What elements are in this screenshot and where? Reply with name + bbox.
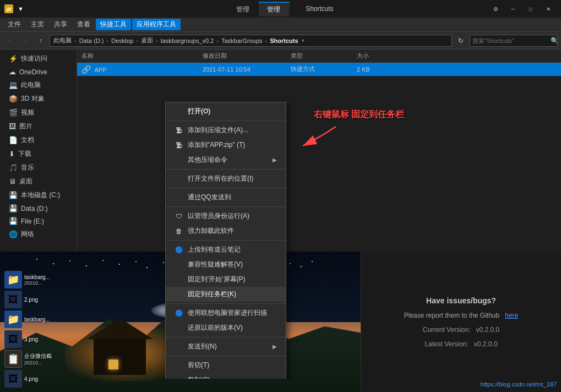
ctx-open[interactable]: 打开(O)	[166, 104, 286, 119]
ctx-youdao[interactable]: 🔵 上传到有道云笔记	[166, 242, 286, 257]
sidebar-item-pictures[interactable]: 🖼 图片	[0, 119, 77, 133]
back-btn[interactable]: ←	[3, 35, 17, 47]
ctx-sep-4	[166, 206, 286, 207]
ctx-location-icon	[175, 175, 183, 183]
dicon-label-2: taskbarg...	[24, 317, 50, 323]
ctx-lenovo-icon: 🔵	[175, 309, 183, 318]
col-size[interactable]: 大小	[355, 52, 399, 60]
path-tbg2: TaskbarGroups	[221, 37, 263, 44]
ctx-sep-8	[166, 356, 286, 356]
ctx-cut[interactable]: 剪切(T)	[166, 358, 286, 373]
ctx-cut-icon	[175, 361, 183, 370]
ctx-add-zip[interactable]: 🗜 添加到压缩文件(A)...	[166, 123, 286, 138]
maximize-btn[interactable]: □	[522, 3, 539, 14]
info-title: Have issues/bugs?	[426, 296, 496, 305]
ribbon-app-tools[interactable]: 应用程序工具	[132, 19, 181, 30]
address-path[interactable]: 此电脑 › Data (D:) › Desktop › 桌面 › taskbar…	[50, 35, 452, 47]
sidebar-item-quickaccess[interactable]: ⚡ 快速访问	[0, 52, 77, 66]
sidebar-item-drive-d[interactable]: 💾 Data (D:)	[0, 202, 77, 215]
desktop-icon-4[interactable]: 📋 企业微信截 20210...	[4, 350, 78, 368]
up-btn[interactable]: ↑	[34, 35, 47, 47]
quick-access-btn[interactable]: ▼	[18, 6, 24, 12]
ribbon-home[interactable]: 主页	[26, 19, 48, 30]
ctx-open-location[interactable]: 打开文件所在的位置(I)	[166, 171, 286, 186]
sidebar-item-drive-e[interactable]: 💾 File (E:)	[0, 215, 77, 227]
ctx-run-admin[interactable]: 🛡 以管理员身份运行(A)	[166, 209, 286, 224]
settings-btn[interactable]: ⚙	[487, 3, 504, 14]
search-icon[interactable]: 🔍	[551, 37, 559, 45]
desktop-icon-0[interactable]: 📁 taskbarg... 20210...	[4, 271, 78, 288]
ctx-other-compress[interactable]: 其他压缩命令 ▶	[166, 153, 286, 167]
ctx-force-uninstall[interactable]: 🗑 强力卸载此软件	[166, 224, 286, 238]
desktop-icon-3[interactable]: 🖼 3.png	[4, 330, 78, 348]
sidebar-item-drive-c[interactable]: 💾 本地磁盘 (C:)	[0, 188, 77, 202]
sidebar-item-onedrive[interactable]: ☁ OneDrive	[0, 66, 77, 78]
ctx-pin-start[interactable]: 固定到'开始'屏幕(P)	[166, 272, 286, 287]
ctx-add-appzip[interactable]: 🗜 添加到"APP.zip" (T)	[166, 138, 286, 153]
desktop-icon-1[interactable]: 🖼 2.png	[4, 291, 78, 308]
sidebar-item-3d[interactable]: 📦 3D 对象	[0, 92, 77, 106]
ctx-pinstart-icon	[175, 275, 183, 284]
ribbon-view[interactable]: 查看	[73, 19, 95, 30]
drivec-icon: 💾	[9, 191, 18, 199]
col-date[interactable]: 修改日期	[200, 52, 288, 60]
network-icon: 🌐	[9, 230, 18, 238]
ctx-restore-icon	[175, 324, 183, 333]
info-link[interactable]: here	[505, 312, 518, 319]
dicon-sublabel-0: 20210...	[24, 280, 50, 286]
sidebar-item-thispc[interactable]: 💻 此电脑	[0, 78, 77, 92]
ribbon-shortcuts[interactable]: 快捷工具	[96, 19, 131, 30]
table-row[interactable]: 🔗 APP 2021-07-11 10:54 快捷方式 2 KB	[77, 63, 561, 76]
ctx-sep-1	[166, 121, 286, 121]
refresh-btn[interactable]: ↻	[454, 35, 467, 47]
file-date: 2021-07-11 10:54	[200, 66, 288, 73]
dicon-sublabel-4: 20210...	[24, 360, 52, 366]
drived-icon: 💾	[9, 204, 18, 213]
sidebar-item-music[interactable]: 🎵 音乐	[0, 161, 77, 175]
ctx-pin-taskbar[interactable]: 固定到任务栏(K)	[166, 287, 286, 302]
thispc-icon: 💻	[9, 81, 18, 89]
ctx-copy[interactable]: 复制(C)	[166, 373, 286, 379]
sidebar-item-documents[interactable]: 📄 文档	[0, 133, 77, 147]
minimize-btn[interactable]: ─	[505, 3, 521, 14]
window-title: Shortcuts	[306, 5, 334, 13]
search-input[interactable]	[472, 37, 548, 44]
ctx-qq-send[interactable]: 通过QQ发送到	[166, 190, 286, 205]
desktop-icon-2[interactable]: 📁 taskbarg...	[4, 311, 78, 328]
ctx-admin-icon: 🛡	[175, 212, 183, 221]
sidebar-item-downloads[interactable]: ⬇ 下载	[0, 147, 77, 161]
ctx-pintaskbar-icon	[175, 290, 183, 299]
col-type[interactable]: 类型	[288, 52, 355, 60]
desktop-icon-5[interactable]: 🖼 4.png	[4, 370, 78, 388]
dicon-label-0: taskbarg...	[24, 274, 50, 280]
sidebar-item-network[interactable]: 🌐 网络	[0, 227, 77, 241]
path-data: Data (D:)	[79, 37, 104, 44]
ctx-lenovo-scan[interactable]: 🔵 使用联想电脑管家进行扫描	[166, 306, 286, 320]
ctx-restore-prev[interactable]: 还原以前的版本(V)	[166, 320, 286, 335]
pictures-icon: 🖼	[9, 122, 16, 130]
watermark: https://blog.csdn.net/mt_187	[481, 381, 557, 388]
ctx-qq-icon	[175, 193, 183, 202]
forward-btn[interactable]: →	[19, 35, 32, 47]
title-tabs: 管理 管理 Shortcuts	[227, 2, 334, 17]
tab-manage-1[interactable]: 管理	[227, 2, 258, 17]
info-current-version: Current Version: v0.2.0.0	[423, 326, 499, 334]
videos-icon: 🎬	[9, 108, 18, 117]
dicon-img-0: 📁	[4, 271, 22, 288]
ctx-compress-icon	[175, 156, 183, 165]
sidebar-item-desktop[interactable]: 🖥 桌面	[0, 175, 77, 188]
search-box[interactable]: 🔍	[470, 35, 558, 47]
context-menu: 打开(O) 🗜 添加到压缩文件(A)... 🗜 添加到"APP.zip" (T)…	[165, 102, 286, 379]
ctx-arrow-1: ▶	[273, 157, 277, 163]
col-name[interactable]: 名称	[79, 52, 200, 60]
music-icon: 🎵	[9, 164, 18, 172]
ctx-copy-icon	[175, 376, 183, 379]
ctx-compat-icon	[175, 260, 183, 269]
tab-manage-2[interactable]: 管理	[258, 2, 289, 17]
sidebar-item-videos[interactable]: 🎬 视频	[0, 106, 77, 119]
ctx-compat[interactable]: 兼容性疑难解答(V)	[166, 257, 286, 272]
close-btn[interactable]: ✕	[540, 3, 557, 14]
ribbon-share[interactable]: 共享	[50, 19, 72, 30]
ribbon-file[interactable]: 文件	[3, 19, 25, 30]
ctx-send-to[interactable]: 发送到(N) ▶	[166, 339, 286, 354]
